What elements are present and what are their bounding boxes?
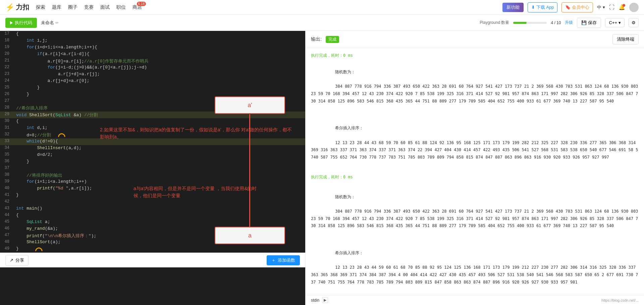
bookmark-icon: 🔖 <box>565 5 571 10</box>
nav-interview[interactable]: 面试 <box>100 4 110 10</box>
nav-contest[interactable]: 竞赛 <box>84 4 94 10</box>
member-center-button[interactable]: 🔖 会员中心 <box>561 2 593 12</box>
output-content[interactable]: 执行完成，耗时：0 ms 随机数为： 384 887 778 916 794 3… <box>306 48 644 295</box>
code-editor[interactable]: 17{ 18 int i,j; 19 for(i=d+1;i<=a.length… <box>0 31 305 305</box>
nav-links: 探索 题库 圈子 竞赛 面试 职位 商店 6.18 <box>36 4 142 10</box>
logo-icon: ⚡ <box>5 3 14 12</box>
code-line: 19 for(i=d+1;i<=a.length;i++){ <box>0 44 305 51</box>
stdin-toggle[interactable]: ▶ <box>322 297 328 303</box>
edit-icon: ✏ <box>55 20 59 25</box>
code-line: 46 my_rand(&a); <box>0 226 305 232</box>
language-switcher[interactable]: 中 ▾ <box>597 4 605 10</box>
settings-button[interactable]: ⚙ <box>629 18 639 27</box>
output-label: 输出: <box>311 36 322 42</box>
shell-numbers-2: 希尔插入排序： 12 13 23 28 43 44 59 60 61 68 70… <box>311 243 639 293</box>
code-line: 49} <box>0 246 305 253</box>
code-line: 48 ShellSort(a); <box>0 239 305 246</box>
code-content: 17{ 18 int i,j; 19 for(i=d+1;i<=a.length… <box>0 31 305 253</box>
toolbar: 执行代码 未命名 ✏ Playground 数量 4 / 10 升级 💾 保存 … <box>0 15 644 31</box>
code-line: 40 printf("%d ",a.r[i]); <box>0 185 305 192</box>
playground-label: Playground 数量 <box>480 20 509 26</box>
dropdown-icon: ▾ <box>619 20 621 25</box>
code-line: 18 int i,j; <box>0 38 305 44</box>
run-button[interactable]: 执行代码 <box>5 18 37 28</box>
output-section-1: 执行完成，耗时：0 ms 随机数为： 384 887 778 916 794 3… <box>311 52 639 112</box>
avatar[interactable] <box>629 3 639 12</box>
code-line: 29void ShellSort(SqList &a) //分割 <box>0 112 305 118</box>
share-icon: ↗ <box>10 258 13 263</box>
notification-dot <box>623 4 625 7</box>
code-line: 20 if(a.r[i]<a.r[i-d]){ <box>0 51 305 58</box>
footer-url: https://blog.csdn.net/... <box>601 298 639 302</box>
stdin-label: stdin <box>311 298 319 303</box>
code-line: 31 int d,i; <box>0 125 305 132</box>
nav-explore[interactable]: 探索 <box>36 4 45 10</box>
code-line: 28//希尔插入排序 <box>0 105 305 112</box>
output-section-shell-1: 希尔插入排序： 12 13 23 28 44 43 68 59 70 60 85… <box>311 118 639 168</box>
code-line: 42 <box>0 199 305 206</box>
download-icon: ⬇ <box>531 5 535 10</box>
code-line: 17{ <box>0 31 305 38</box>
plus-icon: ＋ <box>271 257 276 263</box>
timing-2: 执行完成，耗时：0 ms <box>311 174 639 181</box>
code-line: 41} <box>0 192 305 199</box>
download-app-button[interactable]: ⬇ 下载 App <box>528 2 558 12</box>
output-header: 输出: 完成 清除终端 <box>306 31 644 48</box>
save-icon: 💾 <box>581 20 587 25</box>
progress-bar <box>513 22 547 24</box>
nav-circle[interactable]: 圈子 <box>68 4 77 10</box>
code-line: 43int main() <box>0 206 305 212</box>
output-panel: 输出: 完成 清除终端 执行完成，耗时：0 ms 随机数为： 384 887 7… <box>305 31 644 305</box>
progress-text: 4 / 10 <box>551 20 561 25</box>
random-numbers-1: 随机数为： 384 887 778 916 794 336 387 493 65… <box>311 61 639 112</box>
add-function-button[interactable]: ＋ 添加函数 <box>267 255 300 265</box>
file-name[interactable]: 未命名 ✏ <box>41 20 59 26</box>
nav-right: 新功能 ⬇ 下载 App 🔖 会员中心 中 ▾ ⛶ 🔔 <box>502 2 639 12</box>
code-line: 47 printf("\n\n希尔插入排序："); <box>0 232 305 239</box>
output-section-2: 随机数为： 384 887 778 916 794 336 387 493 65… <box>311 186 639 237</box>
code-line: 21 a.r[0]=a.r[i];//a.r[0]作暂存单元而不作哨兵 <box>0 58 305 64</box>
code-line: 30{ <box>0 118 305 125</box>
output-footer: stdin ▶ https://blog.csdn.net/... <box>306 295 644 305</box>
shell-numbers-1: 希尔插入排序： 12 13 23 28 44 43 68 59 70 60 85… <box>311 118 639 168</box>
main-area: 17{ 18 int i,j; 19 for(i=d+1;i<=a.length… <box>0 31 644 305</box>
code-line: 34 ShellInsert(a,d); <box>0 145 305 152</box>
random-numbers-2: 随机数为： 384 887 778 916 794 336 387 493 65… <box>311 186 639 237</box>
code-line: 33 while(d!=0){ <box>0 138 305 145</box>
status-badge: 完成 <box>326 36 339 43</box>
code-line: 25 } <box>0 85 305 91</box>
shop-badge: 6.18 <box>137 2 146 6</box>
code-line: 32 d=8;//分割 <box>0 132 305 138</box>
code-line: 44{ <box>0 212 305 219</box>
language-select[interactable]: C++ ▾ <box>605 18 625 27</box>
notification-button[interactable]: 🔔 <box>619 4 625 10</box>
nav-problems[interactable]: 题库 <box>52 4 61 10</box>
play-icon <box>10 21 13 25</box>
save-button[interactable]: 💾 保存 <box>577 18 601 28</box>
upgrade-button[interactable]: 升级 <box>565 20 573 26</box>
code-line: 26 } <box>0 91 305 98</box>
code-line: 36 } <box>0 159 305 165</box>
fullscreen-button[interactable]: ⛶ <box>609 4 614 10</box>
nav-jobs[interactable]: 职位 <box>116 4 126 10</box>
output-section-shell-2: 希尔插入排序： 12 13 23 28 43 44 59 60 61 68 70… <box>311 243 639 293</box>
code-line: 27 <box>0 98 305 105</box>
code-line: 35 d=d/2; <box>0 152 305 159</box>
share-button[interactable]: ↗ 分享 <box>5 255 29 266</box>
code-line: 24 a.r[j+d]=a.r[0]; <box>0 78 305 85</box>
code-line: 45 SqList a; <box>0 219 305 226</box>
timing-1: 执行完成，耗时：0 ms <box>311 52 639 59</box>
code-line: 38 //将排序好的输出 <box>0 172 305 179</box>
code-line: 22 for(j=i-d;(j>0)&&(a.r[0]<a.r[j]);j-=d… <box>0 64 305 71</box>
logo[interactable]: ⚡ 力扣 <box>5 3 29 12</box>
bottom-bar: ↗ 分享 ＋ 添加函数 <box>0 253 305 267</box>
top-nav: ⚡ 力扣 探索 题库 圈子 竞赛 面试 职位 商店 6.18 新功能 ⬇ 下载 … <box>0 0 644 15</box>
new-feature-button[interactable]: 新功能 <box>502 3 524 12</box>
output-section-timing-2: 执行完成，耗时：0 ms <box>311 174 639 181</box>
clear-terminal-button[interactable]: 清除终端 <box>612 34 639 44</box>
code-line: 39 for(i=1;i<a.length;i++) <box>0 179 305 185</box>
progress-fill <box>513 22 527 24</box>
nav-shop[interactable]: 商店 6.18 <box>132 4 142 10</box>
code-line: 37 <box>0 165 305 172</box>
code-line: 23 a.r[j+d]=a.r[j]; <box>0 71 305 78</box>
